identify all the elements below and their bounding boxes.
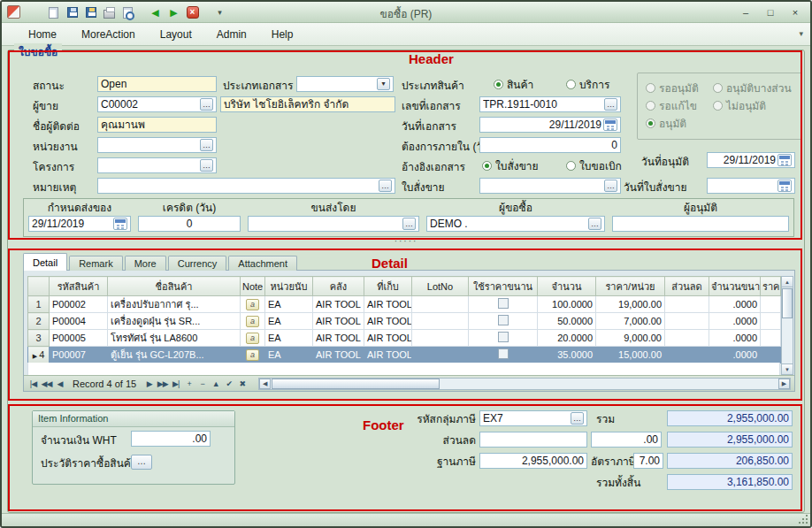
row-indicator[interactable]: 1 (28, 296, 50, 313)
nav-prev-page-button[interactable]: ◀◀ (41, 378, 52, 390)
col-header-name[interactable]: ชื่อสินค้า (108, 277, 241, 296)
row-indicator[interactable]: 3 (28, 330, 50, 347)
menu-overflow-icon[interactable]: ▾ (799, 29, 803, 38)
col-header-qty[interactable]: จำนวน (538, 277, 596, 296)
tax-group-lookup-icon[interactable]: … (571, 412, 584, 425)
grid-cell-unit[interactable]: EA (265, 296, 313, 313)
grid-cell-unit-price[interactable]: 7,000.00 (596, 313, 665, 330)
col-header-unit[interactable]: หน่วยนับ (265, 277, 313, 296)
grid-cell-parallel-price[interactable] (469, 296, 538, 313)
tab-currency[interactable]: Currency (168, 256, 227, 271)
vscroll-thumb[interactable] (782, 288, 793, 318)
grid-cell-unit[interactable]: EA (265, 313, 313, 330)
nav-next-button[interactable]: ▶ (143, 378, 155, 390)
grid-cell-warehouse[interactable]: AIR TOOL (313, 330, 364, 347)
grid-cell-qty[interactable]: 50.0000 (538, 313, 596, 330)
grid-cell-unit-price[interactable]: 15,000.00 (596, 347, 665, 363)
save-button[interactable] (64, 4, 80, 21)
department-field[interactable]: … (97, 137, 217, 153)
toolbar-options-button[interactable]: ▾ (211, 4, 228, 21)
save-as-button[interactable] (82, 4, 99, 21)
vendor-code-field[interactable]: C00002 … (97, 96, 217, 112)
sale-order-field[interactable]: … (479, 178, 621, 194)
tab-remark[interactable]: Remark (69, 256, 123, 271)
menu-item-home[interactable]: Home (16, 23, 69, 45)
col-header-unit-price[interactable]: ราคา/หน่วย (596, 277, 665, 296)
grid-cell-warehouse[interactable]: AIR TOOL (313, 313, 364, 330)
print-preview-button[interactable] (119, 4, 136, 21)
discount-field[interactable] (479, 432, 587, 448)
grid-cell-location[interactable]: AIR TOOL. (364, 330, 412, 347)
grid-cell-code[interactable]: P00005 (50, 330, 108, 347)
hscroll-thumb[interactable] (272, 379, 440, 389)
grid-cell-unit-price[interactable]: 19,000.00 (596, 296, 665, 313)
contact-field[interactable]: คุณมานพ (97, 117, 217, 133)
grid-cell-code[interactable]: P00007 (50, 347, 108, 363)
menu-item-admin[interactable]: Admin (204, 23, 259, 45)
parallel-price-checkbox[interactable] (498, 348, 509, 359)
col-header-warehouse[interactable]: คลัง (313, 277, 364, 296)
forward-button[interactable]: ▶ (165, 4, 182, 21)
tab-attachment[interactable]: Attachment (228, 256, 297, 271)
dropdown-arrow-icon[interactable]: ▾ (377, 78, 390, 90)
resize-grip[interactable] (798, 514, 808, 524)
grid-cell-note[interactable]: a (241, 313, 265, 330)
grid-cell-qty[interactable]: 35.0000 (538, 347, 596, 363)
vscroll-down-icon[interactable]: ▼ (782, 363, 793, 374)
tax-rate-field[interactable]: 7.00 (633, 453, 663, 469)
grid-cell-price-cut[interactable] (761, 347, 781, 363)
splitter-handle[interactable]: ····· (2, 239, 810, 246)
grid-cell-qty[interactable]: 20.0000 (538, 330, 596, 347)
calendar-icon[interactable] (778, 154, 792, 166)
tax-base-field[interactable]: 2,955,000.00 (479, 453, 587, 469)
col-header-price-cut[interactable]: ราคาข (761, 277, 781, 296)
col-header-location[interactable]: ที่เก็บ (364, 277, 412, 296)
credit-days-field[interactable]: 0 (138, 216, 241, 232)
grid-cell-parallel-price[interactable] (469, 330, 538, 347)
nav-post-button[interactable]: ✔ (223, 378, 234, 390)
doc-type-dropdown[interactable]: ▾ (296, 76, 394, 92)
grid-cell-note[interactable]: a (241, 347, 265, 363)
menu-item-moreaction[interactable]: MoreAction (69, 23, 148, 45)
tab-detail[interactable]: Detail (23, 253, 67, 271)
approver-field[interactable] (612, 216, 789, 232)
sale-order-date-field[interactable] (707, 178, 795, 194)
col-header-discount[interactable]: ส่วนลด (665, 277, 709, 296)
grid-cell-lot[interactable] (412, 347, 469, 363)
calendar-icon[interactable] (778, 180, 792, 192)
nav-next-page-button[interactable]: ▶▶ (157, 378, 168, 390)
maximize-button[interactable]: □ (759, 4, 782, 20)
hscroll-left-icon[interactable]: ◀ (259, 379, 271, 389)
grid-cell-location[interactable]: AIR TOOL. (364, 347, 412, 363)
grid-cell-location[interactable]: AIR TOOL. (364, 296, 412, 313)
grid-cell-parallel-price[interactable] (469, 347, 538, 363)
close-document-button[interactable]: × (184, 4, 201, 21)
col-header-parallel-qty[interactable]: จำนวนขนาน (709, 277, 761, 296)
radio-approval-revise[interactable]: รอแก้ไข (646, 99, 697, 111)
back-button[interactable]: ◀ (147, 4, 164, 21)
radio-approval-partial[interactable]: อนุมัติบางส่วน (713, 81, 792, 94)
radio-ref-sale-order[interactable]: ใบสั่งขาย (482, 159, 539, 172)
nav-cancel-button[interactable]: ✖ (236, 378, 248, 390)
sale-order-lookup-icon[interactable]: … (604, 180, 617, 192)
doc-no-lookup-icon[interactable]: … (604, 98, 617, 111)
grid-cell-lot[interactable] (412, 296, 469, 313)
requester-lookup-icon[interactable]: … (588, 218, 601, 230)
approval-date-field[interactable]: 29/11/2019 (707, 152, 795, 168)
tax-group-field[interactable]: EX7 … (479, 410, 587, 426)
menu-item-help[interactable]: Help (259, 23, 306, 45)
status-field[interactable]: Open (97, 76, 217, 92)
grid-cell-name[interactable]: เครื่องดูดฝุ่น รุ่น SR... (108, 313, 241, 330)
print-button[interactable] (101, 4, 118, 21)
grid-cell-price-cut[interactable] (761, 296, 781, 313)
wht-amount-field[interactable]: .00 (131, 431, 211, 447)
doc-date-field[interactable]: 29/11/2019 (479, 117, 621, 133)
requester-field[interactable]: DEMO . … (426, 216, 605, 232)
grid-cell-parallel-qty[interactable]: .0000 (709, 347, 761, 363)
col-header-lotno[interactable]: LotNo (412, 277, 469, 296)
discount-amount-field[interactable]: .00 (591, 432, 662, 448)
radio-product-goods[interactable]: สินค้า (494, 78, 533, 90)
parallel-price-checkbox[interactable] (498, 315, 509, 325)
grid-cell-location[interactable]: AIR TOOL. (364, 313, 412, 330)
price-history-button[interactable]: … (131, 455, 152, 470)
